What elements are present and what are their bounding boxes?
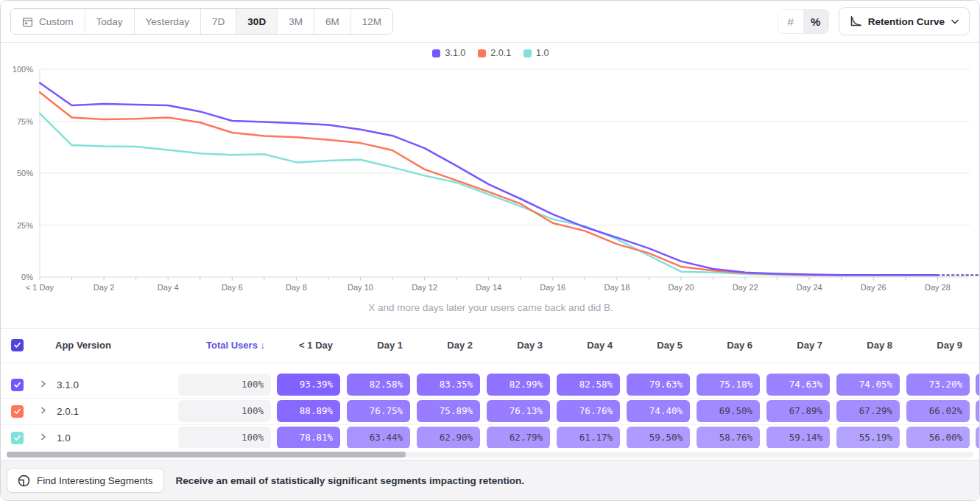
- date-range-12m[interactable]: 12M: [351, 9, 392, 34]
- retention-cell-day-9[interactable]: 66.02%: [906, 400, 970, 422]
- retention-cell-day-9[interactable]: 56.00%: [906, 427, 970, 449]
- svg-text:75%: 75%: [17, 117, 33, 126]
- retention-cell-day-0[interactable]: 88.89%: [277, 400, 340, 422]
- retention-cell-day-5[interactable]: 59.50%: [627, 427, 690, 449]
- retention-line-chart[interactable]: 0%25%50%75%100%< 1 DayDay 2Day 4Day 6Day…: [1, 43, 980, 299]
- retention-cell-day-8[interactable]: 74.05%: [836, 374, 900, 396]
- find-interesting-segments-label: Find Interesting Segments: [37, 475, 153, 486]
- column-header-day-1[interactable]: Day 1: [347, 340, 410, 351]
- retention-cell-day-8[interactable]: 55.19%: [836, 427, 900, 449]
- retention-report: CustomTodayYesterday7D30D3M6M12M #% Rete…: [0, 0, 980, 501]
- svg-text:Day 2: Day 2: [94, 283, 115, 292]
- column-header-day-5[interactable]: Day 5: [627, 340, 690, 351]
- footer-bar: Find Interesting Segments Receive an ema…: [1, 460, 979, 500]
- retention-cell-day-6[interactable]: 69.50%: [697, 400, 760, 422]
- svg-text:Day 14: Day 14: [476, 283, 501, 292]
- column-header-day-2[interactable]: Day 2: [417, 340, 480, 351]
- retention-cell-day-1[interactable]: 82.58%: [347, 374, 410, 396]
- retention-cell-day-0[interactable]: 78.81%: [277, 427, 340, 449]
- column-header-1-day[interactable]: < 1 Day: [277, 340, 340, 351]
- column-header-day-3[interactable]: Day 3: [487, 340, 550, 351]
- table-row-3.1.0: 3.1.0100%93.39%82.58%83.35%82.99%82.58%7…: [1, 372, 980, 399]
- retention-cell-day-9[interactable]: 73.20%: [906, 374, 970, 396]
- retention-cell-partial: [976, 400, 980, 422]
- expand-chevron-icon[interactable]: [40, 407, 46, 414]
- expand-chevron-icon[interactable]: [40, 380, 46, 388]
- svg-text:Day 8: Day 8: [286, 283, 307, 292]
- retention-curve-icon: [850, 15, 861, 27]
- svg-text:Day 12: Day 12: [412, 283, 437, 292]
- svg-text:Day 16: Day 16: [540, 283, 565, 292]
- date-range-custom[interactable]: Custom: [11, 9, 85, 34]
- svg-text:100%: 100%: [13, 65, 33, 74]
- find-interesting-segments-button[interactable]: Find Interesting Segments: [7, 468, 164, 493]
- toolbar-right: #% Retention Curve: [778, 7, 970, 35]
- svg-text:Day 22: Day 22: [733, 283, 758, 292]
- svg-text:Day 4: Day 4: [158, 283, 179, 292]
- chart-caption: X and more days later your users came ba…: [1, 302, 980, 313]
- retention-cell-day-7[interactable]: 74.63%: [766, 374, 830, 396]
- chart-type-dropdown[interactable]: Retention Curve: [839, 7, 970, 35]
- select-all-checkbox[interactable]: [11, 339, 24, 351]
- retention-chart: 3.1.02.0.11.0 0%25%50%75%100%< 1 DayDay …: [1, 43, 980, 328]
- retention-cell-day-1[interactable]: 76.75%: [347, 400, 410, 422]
- date-range-6m[interactable]: 6M: [314, 9, 351, 34]
- expand-chevron-icon[interactable]: [40, 433, 46, 441]
- format-percentage-button[interactable]: %: [803, 10, 828, 33]
- retention-cell-day-2[interactable]: 83.35%: [417, 374, 480, 396]
- column-header-app-version: App Version: [55, 340, 111, 351]
- retention-cell-day-1[interactable]: 63.44%: [347, 427, 410, 449]
- column-header-day-6[interactable]: Day 6: [697, 340, 760, 351]
- column-header-day-9[interactable]: Day 9: [906, 340, 970, 351]
- table-header-row: App Version Total Users ↓ < 1 DayDay 1Da…: [1, 329, 980, 363]
- retention-cell-day-4[interactable]: 82.58%: [557, 374, 620, 396]
- retention-cell-day-4[interactable]: 76.76%: [557, 400, 620, 422]
- date-range-today[interactable]: Today: [85, 9, 135, 34]
- column-header-day-7[interactable]: Day 7: [766, 340, 830, 351]
- column-header-day-8[interactable]: Day 8: [836, 340, 900, 351]
- sort-descending-icon: ↓: [261, 340, 266, 351]
- retention-cell-day-4[interactable]: 61.17%: [557, 427, 620, 449]
- retention-cell-day-3[interactable]: 62.79%: [487, 427, 550, 449]
- row-checkbox-3.1.0[interactable]: [11, 379, 24, 391]
- retention-cell-day-7[interactable]: 67.89%: [766, 400, 830, 422]
- svg-text:25%: 25%: [17, 221, 33, 230]
- row-checkbox-2.0.1[interactable]: [11, 405, 24, 418]
- chevron-down-icon: [951, 19, 959, 24]
- retention-cell-day-7[interactable]: 59.14%: [766, 427, 830, 449]
- retention-cell-day-6[interactable]: 75.18%: [697, 374, 760, 396]
- column-header-total-users[interactable]: Total Users ↓: [178, 340, 265, 351]
- column-header-day-4[interactable]: Day 4: [557, 340, 620, 351]
- total-users-cell: 100%: [178, 427, 271, 449]
- table-row-2.0.1: 2.0.1100%88.89%76.75%75.89%76.13%76.76%7…: [1, 399, 980, 425]
- retention-cell-day-2[interactable]: 62.90%: [417, 427, 480, 449]
- retention-cell-day-0[interactable]: 93.39%: [277, 374, 340, 396]
- retention-cell-day-5[interactable]: 79.63%: [627, 374, 690, 396]
- date-range-30d[interactable]: 30D: [236, 9, 278, 34]
- row-checkbox-1.0[interactable]: [11, 432, 24, 444]
- retention-cell-day-2[interactable]: 75.89%: [417, 400, 480, 422]
- date-range-3m[interactable]: 3M: [278, 9, 314, 34]
- app-version-label: 1.0: [57, 432, 71, 444]
- scrollbar-thumb[interactable]: [7, 452, 406, 458]
- format-absolute-button[interactable]: #: [778, 10, 803, 33]
- retention-cell-day-5[interactable]: 74.40%: [627, 400, 690, 422]
- retention-cell-day-8[interactable]: 67.29%: [836, 400, 900, 422]
- date-range-yesterday[interactable]: Yesterday: [135, 9, 202, 34]
- retention-cell-partial: [976, 374, 980, 396]
- date-range-control: CustomTodayYesterday7D30D3M6M12M: [10, 8, 393, 35]
- retention-cell-day-3[interactable]: 76.13%: [487, 400, 550, 422]
- chart-type-label: Retention Curve: [868, 16, 945, 27]
- retention-cell-partial: [976, 427, 980, 449]
- svg-text:< 1 Day: < 1 Day: [26, 283, 54, 292]
- svg-text:Day 26: Day 26: [861, 283, 886, 292]
- svg-text:Day 20: Day 20: [669, 283, 694, 292]
- toolbar: CustomTodayYesterday7D30D3M6M12M #% Rete…: [1, 1, 979, 43]
- retention-cell-day-6[interactable]: 58.76%: [697, 427, 760, 449]
- date-range-7d[interactable]: 7D: [201, 9, 236, 34]
- total-users-cell: 100%: [178, 374, 271, 396]
- retention-cell-day-3[interactable]: 82.99%: [487, 374, 550, 396]
- value-format-toggle: #%: [778, 9, 829, 34]
- svg-text:50%: 50%: [17, 169, 33, 178]
- footer-message: Receive an email of statistically signif…: [176, 475, 524, 486]
